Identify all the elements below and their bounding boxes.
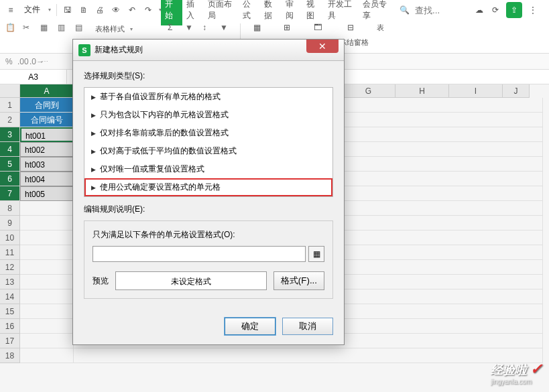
cancel-button[interactable]: 取消 xyxy=(282,318,333,335)
col-header-i[interactable]: I xyxy=(449,84,503,98)
cell[interactable] xyxy=(20,275,74,289)
cell[interactable] xyxy=(20,260,74,275)
save-icon[interactable]: 🖫 xyxy=(62,5,73,15)
range-selector-button[interactable]: ▦ xyxy=(308,246,324,262)
row-header[interactable]: 14 xyxy=(0,289,20,304)
row-header[interactable]: 1 xyxy=(0,98,20,113)
print-icon[interactable]: 🖨 xyxy=(95,5,105,15)
cell[interactable]: ht003 xyxy=(20,157,74,172)
cell[interactable] xyxy=(20,245,74,260)
menu-icon[interactable]: ≡ xyxy=(5,5,16,15)
table-style-label[interactable]: 表格样式 xyxy=(95,24,125,34)
row-header[interactable]: 13 xyxy=(0,275,20,289)
tab-home[interactable]: 开始 xyxy=(161,0,182,25)
share-button[interactable]: ⇪ xyxy=(506,2,522,18)
cloud-icon[interactable]: ☁ xyxy=(474,5,485,15)
col-header-a[interactable]: A xyxy=(20,84,74,98)
more-icon[interactable]: ⋮ xyxy=(528,5,538,15)
filter-icon[interactable]: ▼ xyxy=(185,23,197,35)
tab-formula[interactable]: 公式 xyxy=(239,0,260,25)
cell[interactable]: ht004 xyxy=(20,172,74,186)
more-icon[interactable]: ⋯ xyxy=(42,58,48,65)
decimal-icon[interactable]: .00 xyxy=(17,57,27,66)
tab-dev-tools[interactable]: 开发工具 xyxy=(324,0,359,25)
dialog-titlebar[interactable]: S 新建格式规则 ✕ xyxy=(73,40,344,61)
arrow-icon: ▶ xyxy=(91,184,96,191)
ok-button[interactable]: 确定 xyxy=(225,318,276,335)
paste-icon[interactable]: 📋 xyxy=(5,23,17,35)
cell[interactable]: ht001 xyxy=(20,127,74,142)
cell[interactable] xyxy=(20,304,74,319)
cell[interactable]: 合同到 xyxy=(20,98,74,113)
cell[interactable] xyxy=(20,334,74,348)
cell[interactable] xyxy=(20,289,74,304)
cell[interactable] xyxy=(20,231,74,245)
tab-view[interactable]: 视图 xyxy=(302,0,324,25)
row-header[interactable]: 8 xyxy=(0,201,20,216)
tab-data[interactable]: 数据 xyxy=(260,0,282,25)
row-headers: 1 2 3 4 5 6 7 8 9 10 11 12 13 14 15 16 1… xyxy=(0,98,20,363)
cut-icon[interactable]: ✂ xyxy=(23,23,35,35)
ribbon-group-table[interactable]: 表 xyxy=(377,23,384,33)
row-header[interactable]: 17 xyxy=(0,334,20,348)
rule-item[interactable]: ▶基于各自值设置所有单元格的格式 xyxy=(84,88,332,106)
cell[interactable]: 合同编号 xyxy=(20,113,74,127)
row-header[interactable]: 2 xyxy=(0,113,20,127)
cell[interactable] xyxy=(20,348,74,363)
rule-item[interactable]: ▶仅对唯一值或重复值设置格式 xyxy=(84,160,332,178)
format-button[interactable]: 格式(F)... xyxy=(273,271,324,290)
col-header-j[interactable]: J xyxy=(503,84,530,98)
close-button[interactable]: ✕ xyxy=(306,40,339,53)
cell[interactable] xyxy=(74,348,543,363)
col-header-h[interactable]: H xyxy=(395,84,449,98)
select-all-corner[interactable] xyxy=(0,84,20,98)
cell[interactable]: ht002 xyxy=(20,142,74,157)
dialog-title-text: 新建格式规则 xyxy=(95,44,143,56)
tab-review[interactable]: 审阅 xyxy=(282,0,303,25)
table-icon[interactable]: ▦ xyxy=(40,23,52,35)
file-menu[interactable]: 文件 xyxy=(21,4,43,15)
row-header[interactable]: 15 xyxy=(0,304,20,319)
save-as-icon[interactable]: 🗎 xyxy=(78,5,89,15)
name-box[interactable]: A3 xyxy=(0,70,67,84)
tab-member[interactable]: 会员专享 xyxy=(359,0,393,25)
row-header[interactable]: 6 xyxy=(0,172,20,186)
row-header[interactable]: 9 xyxy=(0,216,20,231)
cell[interactable] xyxy=(20,216,74,231)
cell[interactable] xyxy=(20,319,74,334)
increase-decimal-icon[interactable]: .0→ xyxy=(29,57,39,66)
row-header[interactable]: 12 xyxy=(0,260,20,275)
sum-icon[interactable]: Σ xyxy=(168,23,180,35)
percent-icon[interactable]: % xyxy=(5,57,15,66)
border-icon[interactable]: ▥ xyxy=(58,23,70,35)
fill-down-icon[interactable]: ▼ xyxy=(220,23,232,35)
search-input[interactable] xyxy=(415,5,469,15)
cell[interactable]: ht005 xyxy=(20,186,74,201)
chevron-down-icon[interactable]: ▾ xyxy=(130,26,133,32)
row-header[interactable]: 11 xyxy=(0,245,20,260)
rule-item[interactable]: ▶仅对排名靠前或靠后的数值设置格式 xyxy=(84,124,332,142)
rule-item-formula[interactable]: ▶使用公式确定要设置格式的单元格 xyxy=(84,178,332,196)
rule-item[interactable]: ▶只为包含以下内容的单元格设置格式 xyxy=(84,106,332,124)
row-header[interactable]: 4 xyxy=(0,142,20,157)
undo-icon[interactable]: ↶ xyxy=(127,5,137,15)
search-icon[interactable]: 🔍 xyxy=(399,5,410,15)
row-header[interactable]: 3 xyxy=(0,127,20,142)
cell[interactable] xyxy=(20,201,74,216)
row-header[interactable]: 5 xyxy=(0,157,20,172)
print-preview-icon[interactable]: 👁 xyxy=(111,5,121,15)
row-header[interactable]: 16 xyxy=(0,319,20,334)
tab-page-layout[interactable]: 页面布局 xyxy=(204,0,239,25)
rule-item[interactable]: ▶仅对高于或低于平均值的数值设置格式 xyxy=(84,142,332,160)
row-header[interactable]: 10 xyxy=(0,231,20,245)
row-header[interactable]: 18 xyxy=(0,348,20,363)
sort-icon[interactable]: ↕ xyxy=(202,23,215,35)
tab-insert[interactable]: 插入 xyxy=(182,0,204,25)
redo-icon[interactable]: ↷ xyxy=(143,5,154,15)
chevron-down-icon[interactable]: ▾ xyxy=(48,7,51,13)
formula-input[interactable] xyxy=(93,246,306,262)
col-header-g[interactable]: G xyxy=(342,84,395,98)
fill-icon[interactable]: ▤ xyxy=(75,23,87,35)
sync-icon[interactable]: ⟳ xyxy=(490,5,501,15)
row-header[interactable]: 7 xyxy=(0,186,20,201)
